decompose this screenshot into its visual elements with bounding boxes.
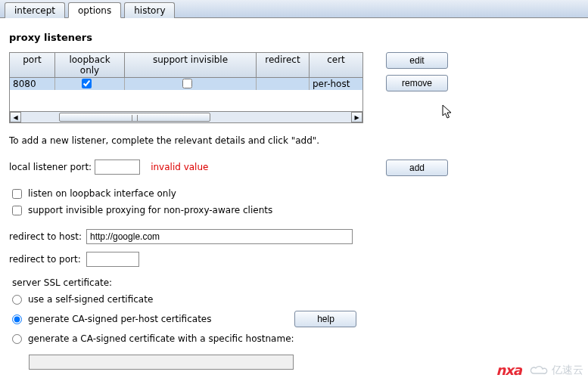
col-redirect[interactable]: redirect [257,53,310,77]
redirect-host-label: redirect to host: [9,231,86,242]
support-checkbox[interactable] [182,79,192,88]
listeners-table[interactable]: port loopback only support invisible red… [9,52,363,123]
tab-intercept[interactable]: intercept [5,2,65,18]
description-text: To add a new listener, complete the rele… [9,135,579,146]
ssl-ca-perhost-label: generate CA-signed per-host certificates [28,314,211,324]
h-scrollbar[interactable]: ◀ ▶ [10,111,362,122]
scroll-right-icon[interactable]: ▶ [351,112,362,122]
redirect-host-input[interactable] [86,229,353,244]
cell-port: 8080 [10,78,55,90]
col-loopback[interactable]: loopback only [55,53,125,77]
scroll-thumb[interactable] [59,113,210,122]
port-error: invalid value [151,162,208,172]
watermark-brand: nxa [496,362,521,378]
ssl-hostname-label: generate a CA-signed certificate with a … [28,333,294,344]
cell-cert: per-host [310,78,362,90]
invisible-proxy-checkbox[interactable] [12,206,22,215]
add-button[interactable]: add [386,160,448,176]
cell-support [125,78,257,90]
redirect-port-input[interactable] [86,252,139,267]
edit-button[interactable]: edit [386,52,448,69]
ssl-hostname-radio[interactable] [12,334,22,344]
section-title: proxy listeners [9,32,579,43]
watermark: nxa 亿速云 [496,362,583,378]
scroll-left-icon[interactable]: ◀ [10,112,21,122]
cell-loopback [55,78,125,90]
invisible-proxy-label: support invisible proxying for non-proxy… [28,205,272,215]
watermark-site: 亿速云 [529,364,583,377]
ssl-self-signed-radio[interactable] [12,295,22,305]
ssl-cert-label: server SSL certificate: [12,277,579,288]
remove-button[interactable]: remove [386,75,448,91]
loopback-checkbox[interactable] [82,79,92,88]
scroll-track[interactable] [21,112,351,122]
tab-bar: intercept options history [0,0,588,18]
loopback-only-label: listen on loopback interface only [28,188,176,199]
loopback-only-checkbox[interactable] [12,189,22,199]
col-cert[interactable]: cert [310,53,362,77]
col-support-invisible[interactable]: support invisible [125,53,257,77]
redirect-port-label: redirect to port: [9,254,86,265]
col-port[interactable]: port [10,53,55,77]
options-panel: proxy listeners port loopback only suppo… [0,18,588,376]
local-port-label: local listener port: [9,162,92,172]
table-row[interactable]: 8080 per-host [10,78,362,90]
ssl-hostname-input [29,355,294,370]
local-port-input[interactable] [95,160,140,175]
tab-history[interactable]: history [124,2,175,18]
ssl-ca-perhost-radio[interactable] [12,314,22,324]
cloud-icon [529,364,549,376]
cell-redirect [257,78,310,90]
tab-options[interactable]: options [68,2,121,18]
help-button[interactable]: help [294,311,356,327]
ssl-self-signed-label: use a self-signed certificate [28,294,153,305]
